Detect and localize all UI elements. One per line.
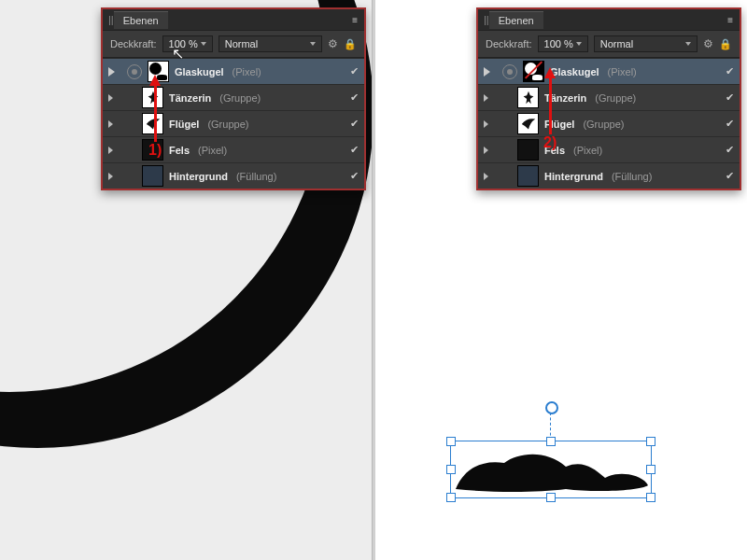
layer-mask-thumb[interactable]	[148, 61, 169, 82]
layer-thumb[interactable]	[517, 113, 539, 134]
blendmode-dropdown[interactable]: Normal	[594, 35, 698, 52]
layer-type: (Pixel)	[608, 66, 637, 77]
resize-handle-tl[interactable]	[446, 437, 456, 446]
layer-type: (Gruppe)	[219, 92, 261, 104]
right-canvas: || Ebenen ≡ Deckkraft: 100 % Normal ⚙ 🔒 …	[375, 0, 747, 560]
expand-toggle-icon[interactable]	[108, 147, 118, 154]
opacity-label: Deckkraft:	[110, 38, 157, 49]
resize-handle-bl[interactable]	[446, 493, 456, 502]
layer-row-tänzerin[interactable]: Tänzerin(Gruppe)✔	[478, 84, 740, 110]
chevron-down-icon	[201, 42, 206, 46]
check-icon[interactable]: ✔	[726, 144, 734, 156]
resize-handle-r[interactable]	[646, 465, 655, 474]
check-icon[interactable]: ✔	[726, 91, 734, 104]
layer-type: (Füllung)	[612, 171, 652, 182]
blendmode-value: Normal	[600, 38, 633, 49]
layer-type: (Füllung)	[236, 171, 276, 182]
expand-toggle-icon[interactable]	[108, 120, 118, 128]
layers-list: Glaskugel(Pixel)✔Tänzerin(Gruppe)✔Flügel…	[478, 58, 740, 189]
layer-row-fels[interactable]: Fels(Pixel)✔	[103, 136, 364, 162]
layer-type: (Gruppe)	[583, 119, 624, 130]
layer-row-flügel[interactable]: Flügel(Gruppe)✔	[478, 110, 740, 136]
rotate-handle[interactable]	[545, 401, 558, 414]
layer-row-hintergrund[interactable]: Hintergrund(Füllung)✔	[478, 162, 740, 189]
expand-toggle-icon[interactable]	[484, 173, 493, 180]
layer-type: (Gruppe)	[595, 92, 636, 104]
blendmode-dropdown[interactable]: Normal	[218, 35, 322, 52]
blendmode-value: Normal	[225, 38, 258, 49]
layer-row-fels[interactable]: Fels(Pixel)✔	[478, 136, 740, 162]
layer-type: (Pixel)	[198, 145, 227, 156]
panel-toolbar: Deckkraft: 100 % Normal ⚙ 🔒	[478, 30, 740, 58]
layer-name: Hintergrund	[544, 171, 603, 182]
opacity-label: Deckkraft:	[486, 38, 532, 49]
visibility-icon[interactable]	[502, 64, 517, 79]
expand-toggle-icon[interactable]	[108, 94, 118, 102]
visibility-icon[interactable]	[127, 64, 142, 79]
layer-name: Glaskugel	[175, 66, 224, 77]
expand-toggle-icon[interactable]	[484, 147, 493, 154]
resize-handle-tr[interactable]	[646, 437, 655, 446]
expand-toggle-icon[interactable]	[108, 173, 118, 180]
lock-icon[interactable]: 🔒	[344, 38, 357, 50]
layer-mask-thumb[interactable]	[523, 61, 544, 82]
left-canvas: || Ebenen ≡ Deckkraft: 100 % Normal ⚙ 🔒 …	[0, 0, 372, 560]
opacity-value: 100 %	[169, 38, 198, 49]
resize-handle-t[interactable]	[546, 437, 556, 446]
opacity-dropdown[interactable]: 100 %	[538, 35, 588, 52]
layers-panel: || Ebenen ≡ Deckkraft: 100 % Normal ⚙ 🔒 …	[476, 7, 741, 190]
check-icon[interactable]: ✔	[350, 65, 359, 77]
play-icon[interactable]	[484, 67, 497, 77]
layer-name: Tänzerin	[169, 92, 211, 104]
layers-panel: || Ebenen ≡ Deckkraft: 100 % Normal ⚙ 🔒 …	[101, 7, 366, 190]
resize-handle-b[interactable]	[546, 493, 556, 502]
layer-row-glaskugel[interactable]: Glaskugel(Pixel)✔	[103, 58, 364, 84]
layer-row-flügel[interactable]: Flügel(Gruppe)✔	[103, 110, 364, 136]
layer-thumb[interactable]	[517, 139, 539, 161]
opacity-dropdown[interactable]: 100 %	[162, 35, 213, 52]
check-icon[interactable]: ✔	[350, 91, 359, 104]
expand-toggle-icon[interactable]	[484, 120, 493, 128]
panel-toolbar: Deckkraft: 100 % Normal ⚙ 🔒	[103, 30, 364, 58]
layer-type: (Gruppe)	[207, 119, 248, 130]
expand-toggle-icon[interactable]	[484, 94, 493, 102]
layer-name: Flügel	[169, 119, 199, 130]
resize-handle-l[interactable]	[446, 465, 456, 474]
layer-name: Fels	[169, 145, 190, 156]
layer-row-tänzerin[interactable]: Tänzerin(Gruppe)✔	[103, 84, 364, 110]
check-icon[interactable]: ✔	[726, 65, 734, 77]
panel-header[interactable]: || Ebenen ≡	[103, 9, 364, 30]
layer-name: Glaskugel	[550, 66, 599, 77]
check-icon[interactable]: ✔	[726, 170, 734, 182]
check-icon[interactable]: ✔	[350, 170, 359, 182]
layer-row-glaskugel[interactable]: Glaskugel(Pixel)✔	[478, 58, 740, 84]
layer-row-hintergrund[interactable]: Hintergrund(Füllung)✔	[103, 162, 364, 189]
layer-thumb[interactable]	[142, 113, 163, 134]
play-icon[interactable]	[108, 67, 121, 77]
layer-type: (Pixel)	[573, 145, 602, 156]
layer-thumb[interactable]	[517, 87, 539, 108]
layer-name: Fels	[544, 145, 565, 156]
layer-thumb[interactable]	[142, 139, 163, 161]
layers-list: Glaskugel(Pixel)✔Tänzerin(Gruppe)✔Flügel…	[103, 58, 364, 189]
panel-header[interactable]: || Ebenen ≡	[478, 9, 740, 30]
layer-thumb[interactable]	[517, 165, 539, 187]
panel-menu-icon[interactable]: ≡	[727, 15, 734, 25]
layer-name: Tänzerin	[544, 92, 586, 104]
layer-thumb[interactable]	[142, 165, 163, 187]
bounding-box	[450, 441, 652, 498]
layer-thumb[interactable]	[142, 87, 163, 108]
panel-tab-ebenen[interactable]: Ebenen	[114, 11, 168, 29]
panel-tab-ebenen[interactable]: Ebenen	[489, 11, 543, 29]
layer-name: Hintergrund	[169, 171, 228, 182]
layer-type: (Pixel)	[233, 66, 261, 77]
check-icon[interactable]: ✔	[350, 144, 359, 156]
gear-icon[interactable]: ⚙	[328, 37, 338, 50]
resize-handle-br[interactable]	[646, 493, 655, 502]
panel-menu-icon[interactable]: ≡	[352, 15, 359, 25]
check-icon[interactable]: ✔	[350, 118, 359, 130]
gear-icon[interactable]: ⚙	[703, 37, 713, 50]
lock-icon[interactable]: 🔒	[719, 38, 732, 50]
check-icon[interactable]: ✔	[726, 118, 734, 130]
chevron-down-icon	[310, 42, 316, 46]
